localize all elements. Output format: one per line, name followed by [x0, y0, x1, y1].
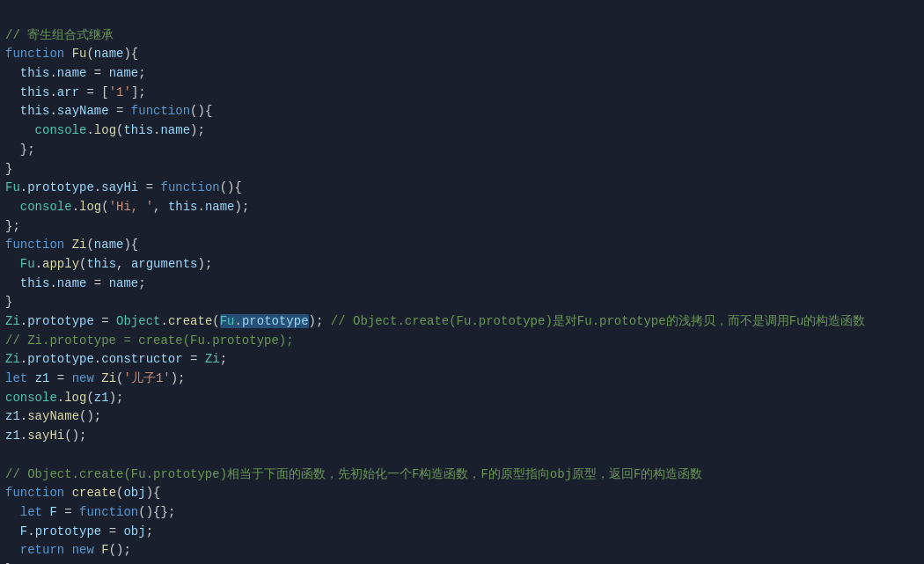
Fu-proto-sayHi: Fu	[5, 180, 20, 194]
this-name: this	[20, 66, 50, 80]
func-name-create: create	[72, 486, 116, 500]
func-name-Zi: Zi	[72, 238, 87, 252]
this-sayName: this	[20, 104, 50, 118]
this-arr: this	[20, 85, 50, 99]
code-block: // 寄生组合式继承 function Fu(name){ this.name …	[0, 0, 924, 564]
func-name-Fu: Fu	[72, 47, 87, 61]
kw-function-2: function	[5, 238, 64, 252]
kw-function-3: function	[5, 486, 64, 500]
comment-1: // 寄生组合式继承	[5, 28, 114, 42]
kw-function-1: function	[5, 47, 64, 61]
